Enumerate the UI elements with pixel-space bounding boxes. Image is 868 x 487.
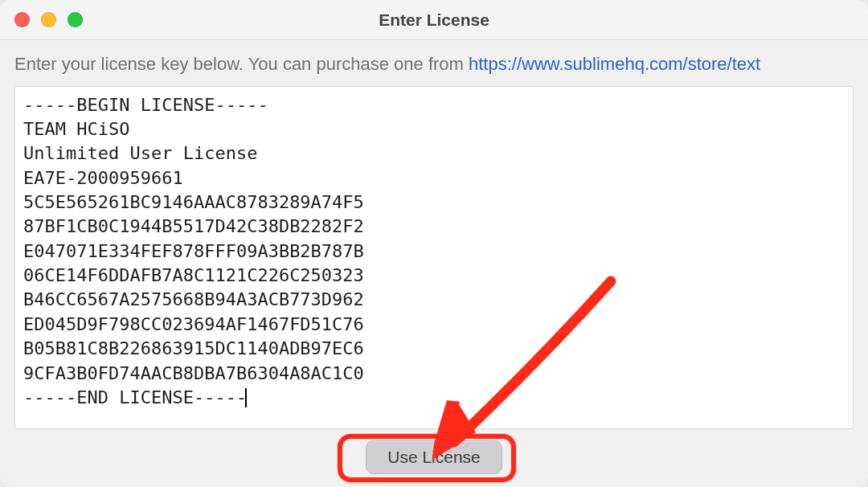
window-title: Enter License [14,10,854,30]
purchase-link[interactable]: https://www.sublimehq.com/store/text [469,54,760,74]
button-row: Use License [14,429,854,477]
close-icon[interactable] [14,12,30,27]
dialog-body: Enter your license key below. You can pu… [0,40,868,487]
text-cursor-icon [245,388,247,407]
prompt-text: Enter your license key below. You can pu… [14,53,854,76]
use-license-button[interactable]: Use License [366,440,502,474]
zoom-icon[interactable] [68,12,83,27]
license-key-input[interactable]: -----BEGIN LICENSE----- TEAM HCiSO Unlim… [14,86,854,429]
prompt-prefix: Enter your license key below. You can pu… [14,54,469,74]
traffic-lights [14,12,83,27]
license-dialog-window: Enter License Enter your license key bel… [0,0,868,487]
titlebar: Enter License [0,0,868,40]
license-text: -----BEGIN LICENSE----- TEAM HCiSO Unlim… [23,95,364,407]
minimize-icon[interactable] [41,12,56,27]
